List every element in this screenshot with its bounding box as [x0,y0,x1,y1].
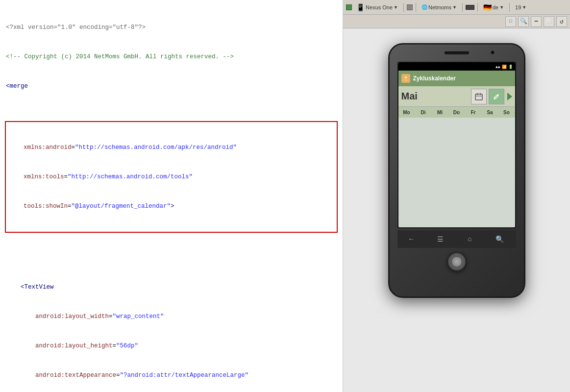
wifi-status-icon: ▲▲ [496,65,500,69]
day-mi: Mi [432,110,448,115]
device-label: Nexus One [366,4,393,10]
back-button[interactable]: ← [409,235,413,243]
day-fr: Fr [465,110,482,115]
xml-editor[interactable]: <?xml version="1.0" encoding="utf-8"?> <… [0,0,343,392]
flag-icon: 🇩🇪 [483,3,492,11]
phone-container: ▲▲ 📶 🔋 Zykluskalender Ma [388,43,525,298]
zoom-out-button[interactable]: − [531,16,542,27]
search-button[interactable]: 🔍 [496,235,504,244]
home-physical-button[interactable] [447,252,467,271]
device-selector[interactable]: 📱 Nexus One ▼ [354,2,400,13]
day-do: Do [448,110,465,115]
day-so: So [498,110,515,115]
phone-body: ▲▲ 📶 🔋 Zykluskalender Ma [388,43,525,298]
line-9: android:layout_height="56dp" [5,341,338,351]
locale-label: de [493,4,498,10]
separator-5 [509,3,510,12]
day-mo: Mo [398,110,415,115]
separator-3 [462,3,463,12]
chevron-down-icon: ▼ [394,5,398,10]
edit-button[interactable] [489,89,504,104]
phone-camera [491,50,495,54]
separator-4 [477,3,478,12]
line-4: xmlns:android="http://schemas.android.co… [8,143,335,152]
line-blank-1 [5,253,338,263]
green-arrow-icon [507,93,512,100]
month-header: Mai [398,86,515,107]
toolbar-row2: □ 🔍 − ⬜ ↺ [343,15,570,28]
phone-speaker [445,51,469,54]
small-indicator [407,4,413,10]
phone-icon: 📱 [356,3,365,11]
zoom-in-button[interactable]: 🔍 [518,16,529,27]
version-selector[interactable]: 19 ▼ [513,3,529,12]
home-button-inner [451,256,462,267]
toolbar-row1: 📱 Nexus One ▼ 🌐 Netmoms ▼ 🇩🇪 de ▼ 19 [343,0,570,15]
line-6: tools:showIn="@layout/fragment_calendar"… [8,201,335,211]
chevron-down-icon2: ▼ [452,5,457,10]
menu-button[interactable]: ☰ [437,235,444,244]
green-indicator [346,4,352,10]
app-title: Zykluskalender [413,75,456,82]
refresh-button[interactable]: ↺ [556,16,567,27]
line-7: <TextView [5,282,338,292]
line-8: android:layout_width="wrap_content" [5,312,338,321]
app-icon [401,74,410,83]
line-10: android:textAppearance="?android:attr/te… [5,370,338,380]
status-bar: ▲▲ 📶 🔋 [398,63,515,71]
svg-point-0 [405,76,407,78]
app-bar: Zykluskalender [398,71,515,86]
globe-icon: 🌐 [421,4,427,10]
nav-bar: ← ☰ ⌂ 🔍 [397,230,516,248]
zoom-reset-button[interactable]: ⬜ [544,16,554,27]
rect-indicator [466,5,474,10]
line-5: xmlns:tools="http://schemas.android.com/… [8,172,335,182]
home-button[interactable]: ⌂ [468,235,471,243]
fit-button[interactable]: □ [505,16,516,27]
days-header: Mo Di Mi Do Fr Sa So [398,107,515,118]
separator-2 [416,3,416,12]
line-1: <?xml version="1.0" encoding="utf-8"?> [5,23,338,32]
phone-screen: ▲▲ 📶 🔋 Zykluskalender Ma [397,62,516,228]
locale-selector[interactable]: 🇩🇪 de ▼ [481,2,506,13]
day-sa: Sa [482,110,498,115]
separator-1 [403,3,404,12]
calendar-button[interactable] [471,89,487,104]
battery-label: 19 [515,4,521,10]
signal-status-icon: 📶 [502,65,507,69]
chevron-down-icon4: ▼ [522,5,526,10]
network-label: Netmoms [428,4,451,10]
line-3: <merge [5,81,338,91]
zoom-in-icon: 🔍 [520,18,527,25]
preview-panel: 📱 Nexus One ▼ 🌐 Netmoms ▼ 🇩🇪 de ▼ 19 [343,0,570,392]
chevron-down-icon3: ▼ [499,5,504,10]
line-2: <!-- Copyright (c) 2014 NetMoms GmbH. Al… [5,52,338,62]
month-text: Mai [401,91,469,102]
network-selector[interactable]: 🌐 Netmoms ▼ [419,3,459,12]
battery-status-icon: 🔋 [508,65,513,69]
day-di: Di [415,110,432,115]
xml-content: <?xml version="1.0" encoding="utf-8"?> <… [0,0,343,392]
svg-rect-1 [475,94,482,100]
red-box-highlight: xmlns:android="http://schemas.android.co… [5,121,338,233]
